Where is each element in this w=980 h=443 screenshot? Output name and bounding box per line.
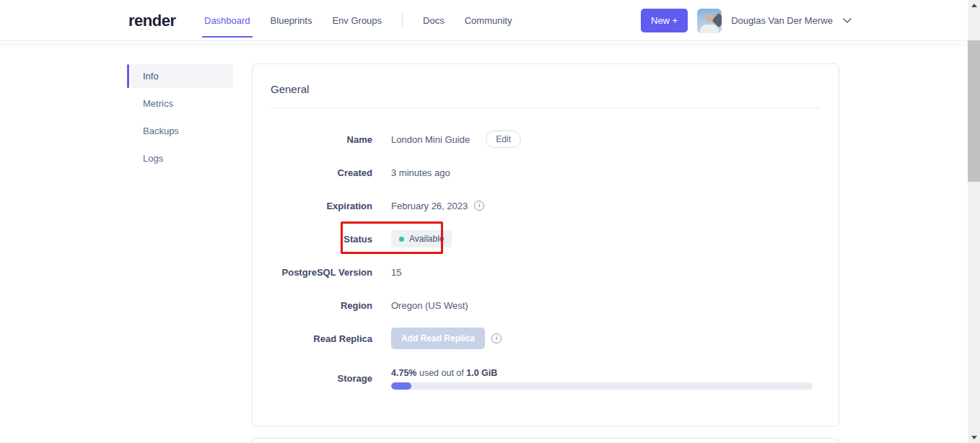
storage-value-group: 4.75% used out of 1.0 GiB xyxy=(391,367,813,390)
next-card-top-edge xyxy=(252,438,839,443)
read-replica-value-group: Add Read Replica i xyxy=(391,328,502,349)
card-title: General xyxy=(271,83,821,95)
nav-item-docs[interactable]: Docs xyxy=(423,0,445,41)
vertical-scrollbar[interactable] xyxy=(968,0,980,443)
sidebar-item-logs[interactable]: Logs xyxy=(131,146,233,170)
scrollbar-down-arrow[interactable] xyxy=(968,432,980,443)
header-shadow-band xyxy=(0,42,968,45)
created-label: Created xyxy=(253,167,372,178)
new-button[interactable]: New + xyxy=(641,9,688,32)
storage-label: Storage xyxy=(253,373,372,384)
expiration-info-icon[interactable]: i xyxy=(474,201,484,211)
add-read-replica-button[interactable]: Add Read Replica xyxy=(391,328,485,349)
storage-progress-bar xyxy=(391,382,813,390)
storage-progress-fill xyxy=(391,382,411,390)
status-badge-text: Available xyxy=(409,234,444,244)
render-logo[interactable]: render xyxy=(128,0,175,41)
nav-item-dashboard[interactable]: Dashboard xyxy=(204,0,250,41)
sidebar-item-backups[interactable]: Backups xyxy=(131,119,233,143)
expiration-value: February 26, 2023 xyxy=(391,201,468,211)
postgresql-version-label: PostgreSQL Version xyxy=(253,267,372,278)
edit-name-button[interactable]: Edit xyxy=(486,131,521,148)
created-row: Created 3 minutes ago xyxy=(253,156,839,189)
status-label: Status xyxy=(253,234,372,245)
postgresql-version-row: PostgreSQL Version 15 xyxy=(253,255,839,289)
sidebar-item-info[interactable]: Info xyxy=(131,64,233,88)
status-value-group: Available xyxy=(391,230,452,247)
read-replica-info-icon[interactable]: i xyxy=(491,333,502,343)
status-dot-icon xyxy=(399,237,404,242)
name-label: Name xyxy=(253,134,372,145)
postgresql-version-value: 15 xyxy=(391,267,401,278)
storage-total: 1.0 GiB xyxy=(466,368,497,378)
header-right-cluster: New + Douglas Van Der Merwe xyxy=(641,0,852,41)
storage-usage-text: 4.75% used out of 1.0 GiB xyxy=(391,367,813,380)
created-value: 3 minutes ago xyxy=(391,167,450,178)
read-replica-label: Read Replica xyxy=(253,333,372,344)
storage-row: Storage 4.75% used out of 1.0 GiB xyxy=(253,367,839,390)
status-row: Status Available xyxy=(253,222,839,255)
name-value: London Mini Guide xyxy=(391,134,470,145)
user-name[interactable]: Douglas Van Der Merwe xyxy=(731,15,833,26)
chevron-down-icon[interactable] xyxy=(843,18,852,23)
read-replica-row: Read Replica Add Read Replica i xyxy=(253,322,839,355)
storage-used-percent: 4.75% xyxy=(391,368,416,378)
region-label: Region xyxy=(253,300,372,311)
top-nav-bar: render Dashboard Blueprints Env Groups D… xyxy=(0,0,968,41)
general-card: General Name London Mini Guide Edit Crea… xyxy=(252,63,839,426)
storage-used-text: used out of xyxy=(416,368,466,378)
avatar-shirt-shape xyxy=(700,25,719,33)
name-value-group: London Mini Guide Edit xyxy=(391,131,521,148)
expiration-label: Expiration xyxy=(253,201,372,211)
region-value: Oregon (US West) xyxy=(391,300,468,311)
status-badge: Available xyxy=(391,230,452,247)
sidebar-item-metrics[interactable]: Metrics xyxy=(131,92,233,115)
user-avatar[interactable] xyxy=(697,9,722,33)
nav-item-community[interactable]: Community xyxy=(465,0,512,41)
nav-divider xyxy=(402,13,403,29)
sidebar: Info Metrics Backups Logs xyxy=(131,64,233,174)
field-rows: Name London Mini Guide Edit Created 3 mi… xyxy=(253,123,839,390)
nav-item-env-groups[interactable]: Env Groups xyxy=(332,0,382,41)
scrollbar-up-arrow[interactable] xyxy=(968,0,980,11)
scrollbar-thumb[interactable] xyxy=(968,40,980,182)
main-nav: Dashboard Blueprints Env Groups Docs Com… xyxy=(204,0,512,41)
region-row: Region Oregon (US West) xyxy=(253,289,839,322)
expiration-value-group: February 26, 2023 i xyxy=(391,201,484,211)
avatar-head-shape xyxy=(706,14,714,22)
card-divider xyxy=(271,108,821,108)
nav-item-blueprints[interactable]: Blueprints xyxy=(271,0,312,41)
name-row: Name London Mini Guide Edit xyxy=(253,123,839,156)
page: render Dashboard Blueprints Env Groups D… xyxy=(0,0,980,443)
expiration-row: Expiration February 26, 2023 i xyxy=(253,189,839,222)
